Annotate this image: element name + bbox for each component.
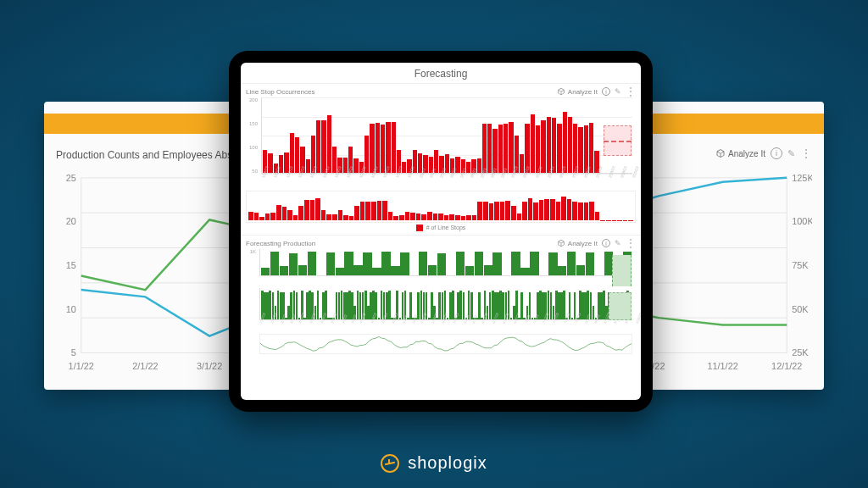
svg-text:/22: /22 bbox=[652, 361, 665, 371]
svg-text:20: 20 bbox=[66, 216, 76, 226]
svg-text:5: 5 bbox=[71, 347, 76, 358]
svg-text:10: 10 bbox=[66, 304, 76, 314]
panel2-title: Forecasting Production bbox=[246, 240, 315, 247]
analyze-it-label: Analyze It bbox=[728, 149, 765, 158]
line-stop-bar-chart: 20015010050 1/19/231/20/231/21/231/22/23… bbox=[246, 97, 636, 189]
pencil-icon[interactable]: ✎ bbox=[615, 87, 621, 96]
more-icon[interactable]: ⋮ bbox=[626, 240, 636, 247]
more-icon[interactable]: ⋮ bbox=[800, 149, 812, 158]
production-detail-chart: 2/22/232/27/233/4/233/9/233/14/233/19/23… bbox=[246, 288, 636, 332]
tablet-screen: Forecasting Line Stop Occurrences Analyz… bbox=[241, 63, 641, 400]
cube-icon bbox=[557, 87, 565, 96]
svg-text:75K: 75K bbox=[792, 260, 809, 270]
svg-text:25: 25 bbox=[66, 173, 76, 183]
panel-line-stop: Line Stop Occurrences Analyze It i ✎ ⋮ 2… bbox=[241, 83, 641, 235]
panel2-analyze-button[interactable]: Analyze It bbox=[557, 239, 598, 247]
svg-text:50K: 50K bbox=[792, 304, 809, 314]
production-bar-chart: 1K bbox=[246, 249, 636, 286]
panel1-title: Line Stop Occurrences bbox=[246, 88, 314, 96]
bg-card-toolbar: Analyze It i ✎ ⋮ bbox=[715, 147, 812, 159]
tablet-device: Forecasting Line Stop Occurrences Analyz… bbox=[229, 51, 653, 412]
svg-text:12/1/22: 12/1/22 bbox=[771, 361, 802, 371]
legend-label: # of Line Stops bbox=[426, 225, 466, 230]
legend-swatch-red bbox=[416, 225, 423, 231]
brand-logo-row: shoplogix bbox=[0, 453, 868, 473]
page-title: Forecasting bbox=[241, 63, 641, 83]
svg-text:2/1/22: 2/1/22 bbox=[132, 361, 158, 371]
svg-text:100K: 100K bbox=[792, 216, 812, 226]
cube-icon bbox=[557, 239, 565, 247]
more-icon[interactable]: ⋮ bbox=[626, 88, 636, 95]
panel2-analyze-label: Analyze It bbox=[568, 240, 598, 247]
svg-text:15: 15 bbox=[66, 260, 76, 270]
panel1-analyze-button[interactable]: Analyze It bbox=[557, 87, 598, 96]
cube-icon bbox=[715, 148, 726, 158]
brand-name: shoplogix bbox=[408, 453, 487, 473]
line-stop-overview-chart[interactable] bbox=[246, 191, 636, 223]
info-icon[interactable]: i bbox=[602, 239, 610, 247]
pencil-icon[interactable]: ✎ bbox=[615, 239, 621, 247]
svg-text:1/1/22: 1/1/22 bbox=[69, 361, 94, 371]
panel-forecast-production: Forecasting Production Analyze It i ✎ ⋮ … bbox=[241, 235, 641, 358]
svg-text:3/1/22: 3/1/22 bbox=[197, 361, 222, 371]
svg-text:25K: 25K bbox=[792, 347, 809, 358]
pencil-icon[interactable]: ✎ bbox=[787, 148, 795, 159]
panel1-analyze-label: Analyze It bbox=[568, 88, 598, 96]
info-icon[interactable]: i bbox=[602, 87, 610, 96]
svg-text:11/1/22: 11/1/22 bbox=[707, 361, 737, 371]
shoplogix-logo-icon bbox=[381, 454, 399, 473]
panel1-legend: # of Line Stops bbox=[246, 223, 636, 235]
info-icon[interactable]: i bbox=[771, 147, 782, 159]
analyze-it-button[interactable]: Analyze It bbox=[715, 148, 765, 158]
svg-text:125K: 125K bbox=[792, 173, 812, 183]
production-sparkline[interactable] bbox=[259, 334, 632, 354]
